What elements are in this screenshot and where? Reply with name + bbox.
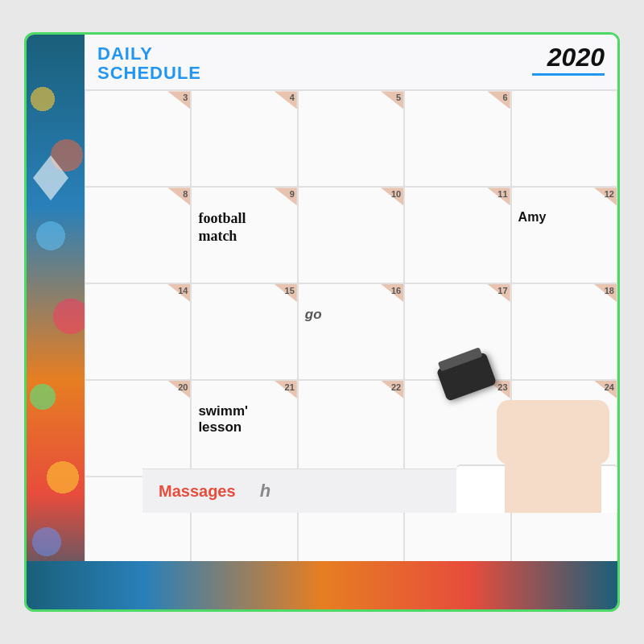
cal-cell-4: 4 (191, 90, 297, 187)
outer-frame: DAILY SCHEDULE 2020 3 4 5 (24, 32, 620, 612)
cal-cell-23: 23 (404, 380, 510, 477)
cal-cell-22: 22 (298, 380, 404, 477)
bottom-border (27, 561, 617, 609)
cal-cell-20: 20 (85, 380, 191, 477)
cal-cell-11: 11 (404, 187, 510, 283)
cal-cell-17: 17 (404, 283, 510, 380)
go-text: go (299, 284, 403, 328)
left-border-pattern (27, 35, 85, 609)
white-arrow-down-icon (33, 178, 68, 200)
cal-cell-6: 6 (404, 90, 510, 187)
cal-cell-15: 15 (191, 283, 297, 380)
note-h-text: h (260, 481, 270, 502)
brown-sugar-text: rown sug… (505, 481, 601, 502)
white-arrow-up-icon (33, 155, 68, 178)
massages-label: Massages (159, 482, 236, 501)
swimming-lesson-text: swimm'lesson (192, 381, 296, 441)
year-display: 2020 (547, 43, 605, 72)
cal-cell-9: 9 footballmatch (191, 187, 297, 283)
cal-cell-r1-5 (511, 90, 617, 187)
cal-cell-12: 12 Amy (511, 187, 617, 283)
cal-cell-21: 21 swimm'lesson (191, 380, 297, 477)
football-match-text: footballmatch (192, 188, 296, 250)
header-row: DAILY SCHEDULE 2020 (85, 35, 617, 90)
bottom-info-row: Massages h rown sug… (142, 469, 617, 513)
amy-text: Amy (512, 188, 617, 229)
cal-cell-16: 16 go (298, 283, 404, 380)
cal-cell-18: 18 (511, 283, 617, 380)
cal-cell-24: 24 (511, 380, 617, 477)
cal-cell-3: 3 (85, 90, 191, 187)
main-content: DAILY SCHEDULE 2020 3 4 5 (85, 35, 617, 561)
cal-cell-10: 10 (298, 187, 404, 283)
cal-cell-5: 5 (298, 90, 404, 187)
schedule-title: DAILY SCHEDULE (97, 44, 201, 83)
cal-cell-8: 8 (85, 187, 191, 283)
year-underline (532, 73, 605, 76)
cal-cell-14: 14 (85, 283, 191, 380)
